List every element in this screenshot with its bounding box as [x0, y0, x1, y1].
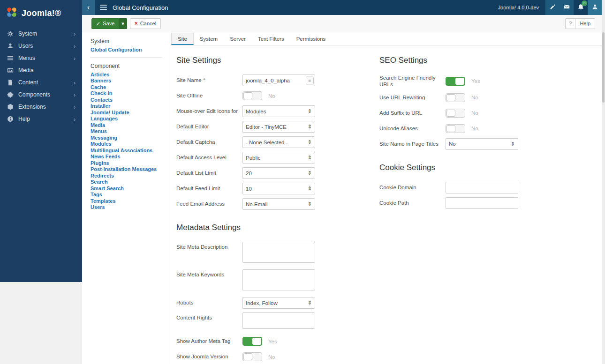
section-title-site-settings: Site Settings: [176, 56, 315, 65]
confignav-item-smart-search[interactable]: Smart Search: [91, 186, 170, 192]
unicode-aliases-toggle[interactable]: [446, 124, 465, 133]
confignav-item-redirects[interactable]: Redirects: [91, 173, 170, 179]
confignav-item-articles[interactable]: Articles: [91, 72, 170, 78]
robots-select[interactable]: Index, Follow ⇕: [242, 297, 315, 309]
field-row-default-list-limit: Default List Limit 20 ⇕: [176, 167, 315, 179]
show-author-meta-tag-toggle[interactable]: [242, 337, 262, 346]
confignav-item-tags[interactable]: Tags: [91, 192, 170, 198]
field-row-cookie-domain: Cookie Domain: [379, 182, 518, 193]
tab-permissions[interactable]: Permissions: [290, 33, 332, 45]
confignav-item-media[interactable]: Media: [91, 122, 170, 129]
tab-text-filters[interactable]: Text Filters: [252, 33, 290, 45]
sidebar-item-label: Extensions: [18, 104, 69, 110]
mouseover-edit-icons-select[interactable]: Modules ⇕: [242, 105, 315, 117]
confignav-item-check-in[interactable]: Check-in: [91, 90, 170, 97]
add-suffix-to-url-toggle[interactable]: [446, 109, 465, 118]
sidebar-item-content[interactable]: Content ›: [0, 76, 82, 89]
sidebar-item-menus[interactable]: Menus ›: [0, 52, 82, 64]
confignav-item-users[interactable]: Users: [91, 204, 170, 211]
field-label: Site Meta Description: [176, 242, 242, 250]
feed-email-address-select[interactable]: No Email ⇕: [242, 198, 315, 210]
search-engine-friendly-urls-toggle[interactable]: [446, 77, 465, 86]
select-value: No Email: [246, 201, 268, 207]
toggle-knob: [252, 338, 261, 345]
main-panel: Site System Server Text Filters Permissi…: [170, 32, 602, 364]
confignav-item-templates[interactable]: Templates: [91, 198, 170, 205]
confignav-item-modules[interactable]: Modules: [91, 141, 170, 148]
menu-toggle-button[interactable]: [95, 0, 112, 15]
confignav-item-contacts[interactable]: Contacts: [91, 97, 170, 104]
tab-server[interactable]: Server: [224, 33, 252, 45]
section-title-cookie-settings: Cookie Settings: [379, 163, 518, 172]
default-editor-select[interactable]: Editor - TinyMCE ⇕: [242, 121, 315, 133]
default-list-limit-select[interactable]: 20 ⇕: [242, 167, 315, 179]
save-dropdown-button[interactable]: ▾: [119, 18, 127, 29]
confignav-item-messaging[interactable]: Messaging: [91, 135, 170, 141]
confignav-item-installer[interactable]: Installer: [91, 103, 170, 110]
site-name-in-page-titles-select[interactable]: No ⇕: [446, 138, 518, 150]
page-title: Global Configuration: [113, 4, 168, 11]
field-row-content-rights: Content Rights: [176, 312, 315, 329]
confignav-item-menus[interactable]: Menus: [91, 128, 170, 135]
field-label: Mouse-over Edit Icons for: [176, 108, 242, 114]
tab-site[interactable]: Site: [171, 33, 194, 45]
field-label: Add Suffix to URL: [379, 110, 446, 116]
use-url-rewriting-toggle[interactable]: [446, 93, 465, 102]
toggle-state-label: Yes: [268, 339, 277, 344]
input-addon-icon[interactable]: ≡: [306, 76, 314, 84]
site-name-input[interactable]: [242, 74, 315, 86]
messages-button[interactable]: [560, 0, 574, 15]
confignav-item-search[interactable]: Search: [91, 179, 170, 186]
confignav-item-languages[interactable]: Languages: [91, 116, 170, 122]
confignav-item-banners[interactable]: Banners: [91, 78, 170, 84]
help-icon-button[interactable]: ?: [565, 18, 575, 29]
field-row-default-captcha: Default Captcha - None Selected - ⇕: [176, 136, 315, 148]
notifications-button[interactable]: 3: [574, 0, 588, 15]
page-scrollbar[interactable]: [602, 0, 605, 364]
site-meta-description-textarea[interactable]: [242, 242, 315, 263]
field-row-add-suffix: Add Suffix to URL No: [379, 107, 518, 119]
config-tabs: Site System Server Text Filters Permissi…: [170, 32, 602, 45]
logo[interactable]: Joomla!®: [0, 0, 82, 28]
sidebar-item-users[interactable]: Users ›: [0, 40, 82, 52]
cube-icon: [7, 104, 14, 110]
default-feed-limit-select[interactable]: 10 ⇕: [242, 183, 315, 194]
confignav-item-cache[interactable]: Cache: [91, 84, 170, 91]
sidebar-item-help[interactable]: Help ›: [0, 113, 82, 125]
confignav-item-news-feeds[interactable]: News Feeds: [91, 154, 170, 160]
toggle-state-label: No: [471, 126, 478, 131]
cookie-domain-input[interactable]: [446, 182, 518, 193]
chevron-right-icon: ›: [74, 31, 76, 37]
default-access-level-select[interactable]: Public ⇕: [242, 152, 315, 163]
confignav-item-global-configuration[interactable]: Global Configuration: [91, 47, 170, 53]
cookie-path-input[interactable]: [446, 197, 518, 209]
select-value: Modules: [246, 109, 266, 114]
sidebar-item-extensions[interactable]: Extensions ›: [0, 101, 82, 113]
field-label: Default Editor: [176, 123, 242, 130]
site-meta-keywords-textarea[interactable]: [242, 269, 315, 290]
user-menu-button[interactable]: [588, 0, 602, 15]
back-button[interactable]: ‹: [82, 0, 95, 15]
default-captcha-select[interactable]: - None Selected - ⇕: [242, 136, 315, 148]
content-rights-textarea[interactable]: [242, 312, 315, 329]
help-button[interactable]: Help: [575, 18, 595, 29]
right-column: SEO Settings Search Engine Friendly URLs…: [379, 52, 518, 364]
site-offline-toggle[interactable]: [242, 91, 262, 100]
confignav-item-post-installation-messages[interactable]: Post-installation Messages: [91, 166, 170, 173]
left-column: Site Settings Site Name * ≡ Site Offline…: [176, 52, 315, 364]
cancel-button[interactable]: × Cancel: [130, 18, 161, 29]
edit-button[interactable]: [545, 0, 560, 15]
person-icon: [592, 4, 598, 11]
confignav-item-multilingual-associations[interactable]: Multilingual Associations: [91, 148, 170, 154]
confignav-item-plugins[interactable]: Plugins: [91, 160, 170, 167]
sidebar-item-media[interactable]: Media: [0, 64, 82, 76]
show-joomla-version-toggle[interactable]: [242, 352, 262, 361]
sidebar-item-components[interactable]: Components ›: [0, 89, 82, 101]
field-row-url-rewriting: Use URL Rewriting No: [379, 92, 518, 104]
confignav-item-joomla-update[interactable]: Joomla! Update: [91, 110, 170, 116]
tab-system[interactable]: System: [194, 33, 224, 45]
scrollbar-thumb[interactable]: [602, 32, 605, 103]
sidebar-item-system[interactable]: System ›: [0, 28, 82, 40]
field-row-site-offline: Site Offline No: [176, 90, 315, 102]
save-button[interactable]: ✓ Save: [91, 18, 119, 29]
